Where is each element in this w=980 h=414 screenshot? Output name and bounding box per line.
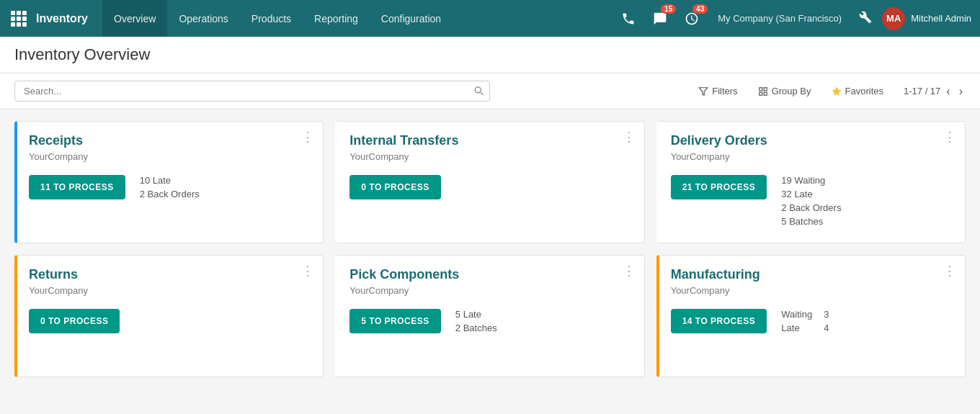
- settings-icon[interactable]: [855, 11, 876, 27]
- card-menu-icon[interactable]: ⋮: [623, 264, 636, 277]
- search-icon[interactable]: [473, 84, 484, 98]
- username[interactable]: Mitchell Admin: [911, 13, 971, 24]
- nav-item-overview[interactable]: Overview: [102, 0, 167, 37]
- filter-buttons: Filters Group By Favorites 1-17 / 17 ‹ ›: [690, 82, 966, 100]
- svg-marker-0: [699, 87, 708, 95]
- topnav-right-section: 15 43 My Company (San Francisco) MA Mitc…: [615, 6, 971, 32]
- stat-label: 2 Back Orders: [140, 189, 200, 199]
- chat-badge: 15: [661, 4, 676, 14]
- company-name: My Company (San Francisco): [710, 13, 849, 24]
- clock-badge: 43: [692, 4, 708, 14]
- stat-label: Late: [781, 323, 799, 333]
- card-manufacturing[interactable]: ⋮ Manufacturing YourCompany 14 TO PROCES…: [656, 255, 966, 377]
- favorites-button[interactable]: Favorites: [823, 82, 892, 100]
- process-button[interactable]: 11 TO PROCESS: [29, 175, 125, 199]
- card-subtitle: YourCompany: [671, 285, 953, 296]
- top-navigation: Inventory Overview Operations Products R…: [0, 0, 980, 37]
- svg-rect-1: [759, 87, 762, 90]
- cards-grid: ⋮ Receipts YourCompany 11 TO PROCESS 10 …: [0, 109, 980, 389]
- card-returns[interactable]: ⋮ Returns YourCompany 0 TO PROCESS: [14, 255, 324, 377]
- card-stats: 10 Late2 Back Orders: [140, 175, 200, 199]
- pagination: 1-17 / 17 ‹ ›: [904, 84, 966, 99]
- card-internal-transfers[interactable]: ⋮ Internal Transfers YourCompany 0 TO PR…: [335, 121, 644, 243]
- card-pick-components[interactable]: ⋮ Pick Components YourCompany 5 TO PROCE…: [335, 255, 644, 377]
- card-body: 5 TO PROCESS 5 Late2 Batches: [349, 309, 632, 333]
- card-body: 14 TO PROCESS Waiting3Late4: [671, 309, 953, 333]
- nav-item-reporting[interactable]: Reporting: [303, 0, 370, 37]
- card-subtitle: YourCompany: [349, 285, 632, 296]
- toolbar: Filters Group By Favorites 1-17 / 17 ‹ ›: [0, 73, 980, 109]
- card-subtitle: YourCompany: [29, 151, 311, 162]
- chat-icon-button[interactable]: 15: [647, 6, 673, 32]
- stat-label: 2 Batches: [455, 323, 497, 333]
- stat-label: Waiting: [781, 309, 812, 320]
- card-stats: Waiting3Late4: [781, 309, 829, 333]
- card-body: 0 TO PROCESS: [29, 309, 311, 333]
- svg-rect-3: [759, 92, 762, 95]
- svg-marker-5: [832, 87, 841, 95]
- stat-label: 5 Late: [455, 309, 497, 320]
- nav-item-configuration[interactable]: Configuration: [370, 0, 453, 37]
- page-title: Inventory Overview: [14, 45, 966, 73]
- svg-rect-4: [764, 92, 767, 95]
- pagination-next[interactable]: ›: [956, 84, 966, 99]
- pagination-prev[interactable]: ‹: [943, 84, 953, 99]
- nav-item-operations[interactable]: Operations: [167, 0, 239, 37]
- card-title: Manufacturing: [671, 267, 953, 282]
- process-button[interactable]: 14 TO PROCESS: [671, 309, 767, 333]
- card-stats: 5 Late2 Batches: [455, 309, 497, 333]
- card-title: Delivery Orders: [671, 133, 953, 148]
- process-button[interactable]: 21 TO PROCESS: [671, 175, 767, 199]
- app-switcher-button[interactable]: [9, 9, 29, 29]
- filters-button[interactable]: Filters: [690, 82, 746, 100]
- card-receipts[interactable]: ⋮ Receipts YourCompany 11 TO PROCESS 10 …: [14, 121, 324, 243]
- card-menu-icon[interactable]: ⋮: [301, 264, 314, 277]
- card-subtitle: YourCompany: [671, 151, 953, 162]
- card-body: 21 TO PROCESS 19 Waiting32 Late2 Back Or…: [671, 175, 953, 227]
- stat-label: 19 Waiting: [781, 175, 841, 186]
- stat-label: 5 Batches: [781, 216, 841, 227]
- process-button[interactable]: 5 TO PROCESS: [349, 309, 440, 333]
- card-body: 11 TO PROCESS 10 Late2 Back Orders: [29, 175, 311, 199]
- stat-label: 2 Back Orders: [781, 202, 841, 213]
- card-subtitle: YourCompany: [349, 151, 632, 162]
- card-subtitle: YourCompany: [29, 285, 311, 296]
- card-menu-icon[interactable]: ⋮: [943, 264, 956, 277]
- stat-value: 4: [824, 323, 829, 333]
- card-menu-icon[interactable]: ⋮: [943, 130, 956, 143]
- stat-value: 3: [824, 309, 829, 320]
- card-menu-icon[interactable]: ⋮: [301, 130, 314, 143]
- svg-rect-2: [764, 87, 767, 90]
- card-body: 0 TO PROCESS: [349, 175, 632, 199]
- process-button[interactable]: 0 TO PROCESS: [29, 309, 120, 333]
- group-by-button[interactable]: Group By: [749, 82, 820, 100]
- card-title: Returns: [29, 267, 311, 282]
- search-container: [14, 81, 490, 102]
- card-stats: 19 Waiting32 Late2 Back Orders5 Batches: [781, 175, 841, 227]
- card-title: Receipts: [29, 133, 311, 148]
- avatar[interactable]: MA: [882, 7, 905, 30]
- process-button[interactable]: 0 TO PROCESS: [349, 175, 440, 199]
- card-title: Pick Components: [349, 267, 632, 282]
- stat-label: 32 Late: [781, 189, 841, 199]
- phone-icon-button[interactable]: [615, 6, 641, 32]
- card-delivery-orders[interactable]: ⋮ Delivery Orders YourCompany 21 TO PROC…: [656, 121, 966, 243]
- clock-icon-button[interactable]: 43: [679, 6, 705, 32]
- search-input[interactable]: [14, 81, 490, 102]
- brand-logo[interactable]: Inventory: [36, 12, 88, 25]
- nav-item-products[interactable]: Products: [240, 0, 303, 37]
- page-header: Inventory Overview: [0, 37, 980, 73]
- stat-label: 10 Late: [140, 175, 200, 186]
- card-menu-icon[interactable]: ⋮: [623, 130, 636, 143]
- card-title: Internal Transfers: [349, 133, 632, 148]
